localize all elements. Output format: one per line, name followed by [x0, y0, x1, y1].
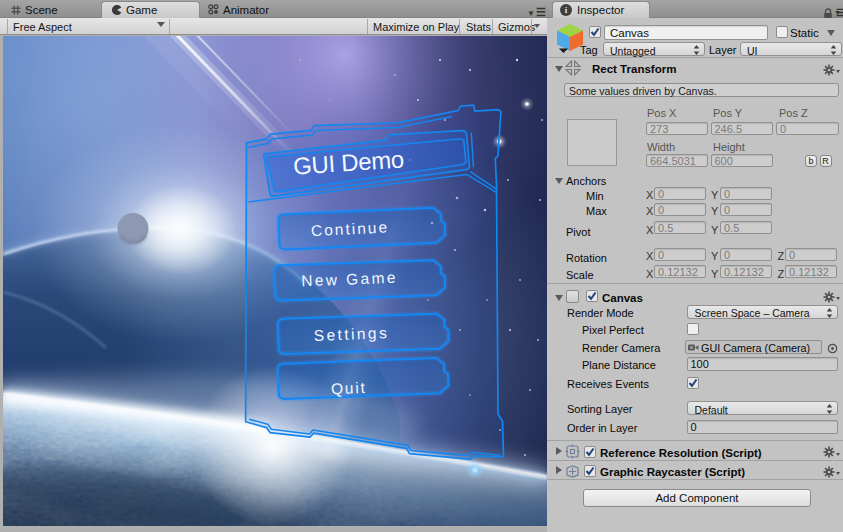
svg-text:Settings: Settings — [314, 324, 390, 344]
svg-text:Quit: Quit — [331, 379, 367, 397]
